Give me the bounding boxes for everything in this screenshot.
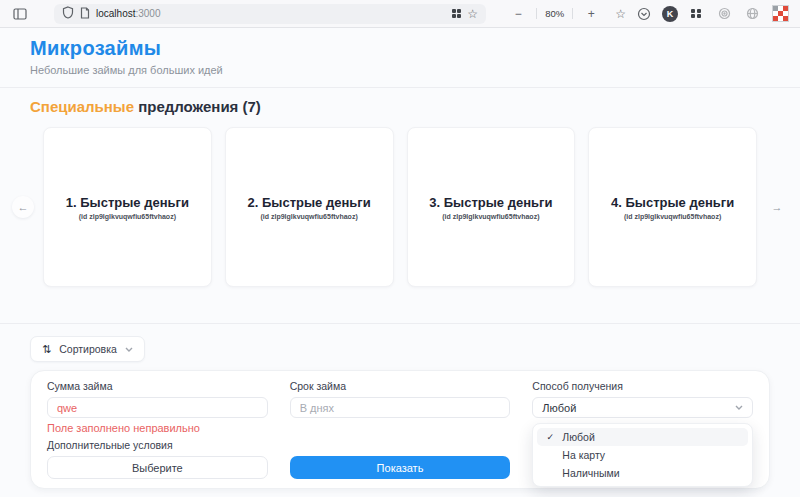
special-offers-section: Специальные предложения (7) ← 1. Быстрые… xyxy=(0,88,800,324)
url-port: :3000 xyxy=(135,8,160,19)
address-bar[interactable]: localhost:3000 ☆ xyxy=(54,4,486,24)
dropdown-option-label: Наличными xyxy=(562,467,619,479)
zoom-in-button[interactable]: + xyxy=(581,4,601,24)
fingerprint-icon[interactable] xyxy=(714,4,734,24)
page-icon[interactable] xyxy=(80,5,90,23)
extensions-grid-icon[interactable] xyxy=(686,4,706,24)
extra-conditions-field: Дополнительные условия Выберите xyxy=(47,440,268,479)
offer-card[interactable]: 2. Быстрые деньги (id zlp9lglkvuqwfiu65f… xyxy=(225,127,394,287)
offer-card-id: (id zlp9lglkvuqwfiu65ftvhaoz) xyxy=(624,213,721,220)
filter-grid: Сумма займа Поле заполнено неправильно С… xyxy=(47,381,753,479)
offer-card-id: (id zlp9lglkvuqwfiu65ftvhaoz) xyxy=(442,213,539,220)
carousel-prev-button[interactable]: ← xyxy=(12,196,34,218)
sort-button[interactable]: ⇅ Сортировка xyxy=(30,336,145,362)
method-label: Способ получения xyxy=(532,381,753,392)
toolbar-separator xyxy=(536,8,537,19)
toolbar-right-cluster: − 80% + ☆ K xyxy=(508,4,790,24)
offer-card-id: (id zlp9lglkvuqwfiu65ftvhaoz) xyxy=(79,213,176,220)
pocket-icon[interactable] xyxy=(634,4,654,24)
offer-cards: 1. Быстрые деньги (id zlp9lglkvuqwfiu65f… xyxy=(43,127,757,287)
globe-icon[interactable] xyxy=(742,4,762,24)
sort-arrows-icon: ⇅ xyxy=(42,343,51,356)
url-host: localhost xyxy=(96,8,135,19)
dropdown-option-label: Любой xyxy=(562,431,594,443)
filters-section: ⇅ Сортировка Сумма займа Поле заполнено … xyxy=(0,324,800,489)
amount-field: Сумма займа Поле заполнено неправильно xyxy=(47,381,268,434)
check-icon: ✓ xyxy=(545,432,555,442)
offer-card-id: (id zlp9lglkvuqwfiu65ftvhaoz) xyxy=(261,213,358,220)
method-select[interactable]: Любой xyxy=(532,397,753,418)
show-button[interactable]: Показать xyxy=(290,456,511,479)
amount-error: Поле заполнено неправильно xyxy=(47,422,268,434)
page-header: Микрозаймы Небольшие займы для больших и… xyxy=(0,28,800,88)
offer-card[interactable]: 3. Быстрые деньги (id zlp9lglkvuqwfiu65f… xyxy=(407,127,576,287)
shield-icon[interactable] xyxy=(62,5,74,23)
method-field: Способ получения Любой ✓ Любой xyxy=(532,381,753,434)
show-field: Показать xyxy=(290,440,511,479)
extra-conditions-label: Дополнительные условия xyxy=(47,440,268,451)
term-field: Срок займа xyxy=(290,381,511,434)
zoom-level-button[interactable]: 80% xyxy=(545,8,564,19)
method-select-value: Любой xyxy=(542,402,576,414)
chevron-down-icon xyxy=(735,405,743,410)
offer-card-title: 1. Быстрые деньги xyxy=(66,195,189,210)
filter-panel: Сумма займа Поле заполнено неправильно С… xyxy=(30,370,770,489)
dropdown-option-card[interactable]: На карту xyxy=(537,446,748,464)
offers-heading-accent: Специальные xyxy=(30,98,134,115)
offers-heading: Специальные предложения (7) xyxy=(30,99,800,114)
browser-window: localhost:3000 ☆ − 80% + ☆ K xyxy=(0,0,800,497)
offers-heading-rest: предложения (7) xyxy=(138,98,261,115)
zoom-out-button[interactable]: − xyxy=(508,4,528,24)
page-content: Микрозаймы Небольшие займы для больших и… xyxy=(0,28,800,497)
dropdown-option-any[interactable]: ✓ Любой xyxy=(537,428,748,446)
save-star-icon[interactable]: ☆ xyxy=(615,7,626,21)
page-subtitle: Небольшие займы для больших идей xyxy=(30,64,770,76)
amount-input[interactable] xyxy=(47,397,268,418)
mosaic-extension-icon[interactable] xyxy=(770,4,790,24)
choose-button[interactable]: Выберите xyxy=(47,456,268,479)
carousel-next-button[interactable]: → xyxy=(766,196,788,218)
method-dropdown: ✓ Любой На карту Наличными xyxy=(532,423,753,487)
offer-card-title: 2. Быстрые деньги xyxy=(248,195,371,210)
term-input[interactable] xyxy=(290,397,511,418)
apps-grid-icon[interactable] xyxy=(452,9,462,19)
url-text: localhost:3000 xyxy=(96,8,161,19)
offer-card-title: 4. Быстрые деньги xyxy=(611,195,734,210)
offer-card-title: 3. Быстрые деньги xyxy=(429,195,552,210)
toolbar-separator xyxy=(572,8,573,19)
offers-carousel: ← 1. Быстрые деньги (id zlp9lglkvuqwfiu6… xyxy=(0,127,800,287)
offer-card[interactable]: 4. Быстрые деньги (id zlp9lglkvuqwfiu65f… xyxy=(588,127,757,287)
sidebar-toggle-icon[interactable] xyxy=(10,4,30,24)
amount-label: Сумма займа xyxy=(47,381,268,392)
dropdown-option-cash[interactable]: Наличными xyxy=(537,464,748,482)
browser-toolbar: localhost:3000 ☆ − 80% + ☆ K xyxy=(0,0,800,28)
dropdown-option-label: На карту xyxy=(562,449,605,461)
chevron-down-icon xyxy=(125,347,133,352)
sort-button-label: Сортировка xyxy=(59,343,117,355)
term-label: Срок займа xyxy=(290,381,511,392)
offer-card[interactable]: 1. Быстрые деньги (id zlp9lglkvuqwfiu65f… xyxy=(43,127,212,287)
bookmark-star-icon[interactable]: ☆ xyxy=(467,7,478,21)
page-title: Микрозаймы xyxy=(30,37,770,59)
kagi-icon[interactable]: K xyxy=(662,6,678,22)
